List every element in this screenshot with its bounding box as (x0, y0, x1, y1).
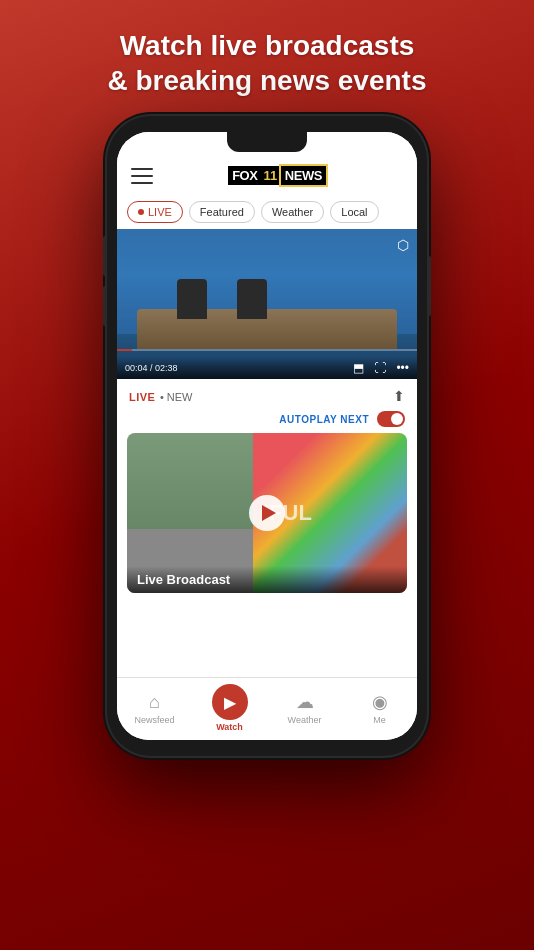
play-triangle-icon (262, 505, 276, 521)
nav-pills: LIVE Featured Weather Local (117, 195, 417, 229)
menu-button[interactable] (131, 168, 153, 184)
video-player[interactable]: ⬡ 00:04 / 02:38 ⬒ ⛶ ••• (117, 229, 417, 379)
fullscreen-icon[interactable]: ⛶ (374, 361, 386, 375)
progress-bar-container (117, 349, 417, 351)
tab-me[interactable]: ◉ Me (352, 691, 407, 725)
watch-icon: ▶ (224, 693, 236, 712)
me-label: Me (373, 715, 386, 725)
watch-active-bg: ▶ (212, 684, 248, 720)
weather-pill[interactable]: Weather (261, 201, 324, 223)
headline-text: Watch live broadcasts & breaking news ev… (77, 0, 456, 116)
control-icons: ⬒ ⛶ ••• (353, 361, 409, 375)
home-icon: ⌂ (149, 692, 160, 713)
local-pill[interactable]: Local (330, 201, 378, 223)
progress-bar-fill (117, 349, 132, 351)
thumbnail-caption: Live Broadcast (127, 566, 407, 593)
live-tag: LIVE (129, 391, 155, 403)
time-current: 00:04 (125, 363, 148, 373)
live-dot-icon (138, 209, 144, 215)
tab-weather[interactable]: ☁ Weather (277, 691, 332, 725)
video-thumbnail-card[interactable]: IFUL Live Broadcast (127, 433, 407, 593)
weather-icon: ☁ (296, 691, 314, 713)
volume-up-button (103, 236, 107, 276)
new-tag: NEW (167, 391, 193, 403)
live-new-tags: LIVE • NEW (129, 387, 193, 405)
app-logo: FOX 11 NEWS (228, 164, 328, 187)
subtitle-icon[interactable]: ⬒ (353, 361, 364, 375)
volume-down-button (103, 286, 107, 326)
time-total: 02:38 (155, 363, 178, 373)
headline-line1: Watch live broadcasts (120, 30, 415, 61)
featured-pill[interactable]: Featured (189, 201, 255, 223)
phone-screen: FOX 11 NEWS LIVE Featured Weather Local (117, 132, 417, 740)
chair-left (177, 279, 207, 319)
more-options-icon[interactable]: ••• (396, 361, 409, 375)
logo-number: 11 (261, 166, 278, 185)
video-controls: 00:04 / 02:38 ⬒ ⛶ ••• (117, 357, 417, 379)
logo-news: NEWS (279, 164, 328, 187)
autoplay-label: AUTOPLAY NEXT (279, 414, 369, 425)
chair-right (237, 279, 267, 319)
tab-watch[interactable]: ▶ Watch (202, 684, 257, 732)
studio-desk (137, 309, 397, 349)
share-icon[interactable]: ⬆ (393, 388, 405, 404)
live-pill[interactable]: LIVE (127, 201, 183, 223)
separator-dot: • (160, 391, 167, 403)
newsfeed-label: Newsfeed (134, 715, 174, 725)
live-label: LIVE (148, 206, 172, 218)
profile-icon: ◉ (372, 691, 388, 713)
headline-line2: & breaking news events (107, 65, 426, 96)
tab-bar: ⌂ Newsfeed ▶ Watch ☁ Weather ◉ Me (117, 677, 417, 740)
watch-label: Watch (216, 722, 243, 732)
play-button-overlay[interactable] (249, 495, 285, 531)
logo-container: FOX 11 NEWS (153, 164, 403, 187)
tab-newsfeed[interactable]: ⌂ Newsfeed (127, 692, 182, 725)
power-button (427, 256, 431, 316)
logo-fox: FOX (228, 166, 261, 185)
live-label-row: LIVE • NEW ⬆ (117, 379, 417, 409)
video-time: 00:04 / 02:38 (125, 363, 178, 373)
autoplay-toggle[interactable] (377, 411, 405, 427)
cast-icon[interactable]: ⬡ (397, 237, 409, 253)
autoplay-row: AUTOPLAY NEXT (117, 409, 417, 433)
phone-frame: FOX 11 NEWS LIVE Featured Weather Local (107, 116, 427, 756)
phone-notch (227, 132, 307, 152)
weather-label: Weather (288, 715, 322, 725)
